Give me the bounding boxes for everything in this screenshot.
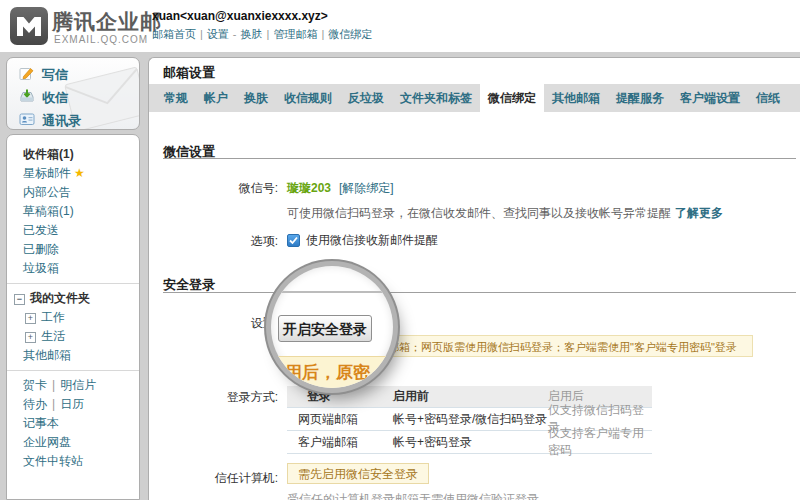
link-todo[interactable]: 待办 [23,397,47,411]
link-calendar[interactable]: 日历 [60,397,84,411]
learn-more-link[interactable]: 了解更多 [675,206,723,220]
folder-label: 我的文件夹 [30,291,90,305]
nav-manage-mail[interactable]: 管理邮箱 [273,28,317,40]
sidebar-divider [7,370,139,371]
sidebar-compose-panel: 写信 收信 通讯录 [6,57,140,130]
checkbox-checked-icon[interactable] [287,234,300,247]
sidebar-item-compose[interactable]: 写信 [7,63,139,86]
user-email: xuan<xuan@xuanxiexxxx.xyz> [152,9,328,23]
folder-label: 企业网盘 [23,435,71,449]
security-tooltip: 邮箱；网页版需使用微信扫码登录；客户端需使用"客户端专用密码"登录 [378,335,753,357]
tab-general[interactable]: 常规 [156,84,196,112]
section-divider [163,158,796,159]
section-divider [163,292,796,293]
folder-label: 收件箱(1) [23,147,74,161]
contact-card-icon [19,111,35,130]
cell-login-type: 网页端邮箱 [287,411,393,428]
settings-tabbar: 常规 帐户 换肤 收信规则 反垃圾 文件夹和标签 微信绑定 其他邮箱 提醒服务 … [149,84,800,112]
sidebar-item-starred[interactable]: 星标邮件★ [7,164,139,183]
tab-skin[interactable]: 换肤 [236,84,276,112]
tab-mail-rules[interactable]: 收信规则 [276,84,340,112]
top-header: 腾讯企业邮 EXMAIL.QQ.COM xuan<xuan@xuanxiexxx… [0,0,800,52]
compose-pencil-icon [19,65,35,84]
tab-antispam[interactable]: 反垃圾 [340,84,392,112]
sidebar-item-notebook[interactable]: 记事本 [7,414,139,433]
tab-stationery[interactable]: 信纸 [748,84,788,112]
nav-separator: | [267,28,270,40]
sidebar-item-my-folders[interactable]: −我的文件夹 [7,289,139,308]
link-greeting-card[interactable]: 贺卡 [23,378,47,392]
unbind-link[interactable]: [解除绑定] [339,181,394,195]
col-header-before: 启用前 [393,388,548,405]
expand-icon[interactable]: + [25,332,36,343]
tab-other-mailbox[interactable]: 其他邮箱 [544,84,608,112]
tab-reminder-service[interactable]: 提醒服务 [608,84,672,112]
sidebar-item-life[interactable]: +生活 [7,327,139,346]
tab-wechat-bind[interactable]: 微信绑定 [480,84,544,112]
wechat-description-text: 可使用微信扫码登录，在微信收发邮件、查找同事以及接收帐号异常提醒 [287,206,671,220]
folder-label: 生活 [41,329,65,343]
setting-label: 设置: [148,315,278,332]
folder-label: 工作 [41,310,65,324]
exmail-logo-icon[interactable] [10,7,48,45]
sidebar-folder-panel: 收件箱(1) 星标邮件★ 内部公告 草稿箱(1) 已发送 已删除 垃圾箱 −我的… [6,134,140,500]
cell-before: 帐号+密码登录/微信扫码登录 [393,411,548,428]
tab-folders-labels[interactable]: 文件夹和标签 [392,84,480,112]
tab-account[interactable]: 帐户 [196,84,236,112]
sidebar-item-sent[interactable]: 已发送 [7,221,139,240]
wechat-id-row: 璇璇203[解除绑定] [287,180,394,197]
nav-mail-home[interactable]: 邮箱首页 [152,28,196,40]
nav-wechat-bind[interactable]: 微信绑定 [328,28,372,40]
sidebar-divider [7,283,139,284]
sidebar-item-file-transfer[interactable]: 文件中转站 [7,452,139,471]
nav-separator: | [200,28,203,40]
sidebar-item-drafts[interactable]: 草稿箱(1) [7,202,139,221]
cell-login-type: 客户端邮箱 [287,434,393,451]
folder-label: 记事本 [23,416,59,430]
trusted-computer-label: 信任计算机: [148,470,278,487]
page-title: 邮箱设置 [163,64,215,82]
cell-after: 仅支持客户端专用密码 [548,425,652,459]
wechat-id-label: 微信号: [148,180,278,197]
magnifier-lens: 开启安全登录 启用后，原密 [271,266,393,388]
option-new-mail-label[interactable]: 使用微信接收新邮件提醒 [306,233,438,247]
folder-label: 草稿箱(1) [23,204,74,218]
options-label: 选项: [148,233,278,250]
page: 腾讯企业邮 EXMAIL.QQ.COM xuan<xuan@xuanxiexxx… [0,0,800,500]
sidebar-item-contacts[interactable]: 通讯录 [7,109,139,130]
wechat-id-value: 璇璇203 [287,181,331,195]
brand-domain: EXMAIL.QQ.COM [54,34,148,45]
sidebar-item-receive[interactable]: 收信 [7,86,139,109]
enable-secure-login-button[interactable]: 开启安全登录 [278,315,372,342]
lens-divider-line [271,291,393,293]
sidebar-item-announcements[interactable]: 内部公告 [7,183,139,202]
folder-label: 内部公告 [23,185,71,199]
trusted-description: 受信任的计算机登录邮箱无需使用微信验证登录 [287,491,539,500]
sidebar-item-inbox[interactable]: 收件箱(1) [7,145,139,164]
login-mode-label: 登录方式: [148,389,278,406]
brand-title: 腾讯企业邮 [52,8,162,36]
nav-separator: - [233,28,237,40]
sidebar-item-junk[interactable]: 垃圾箱 [7,259,139,278]
nav-settings[interactable]: 设置 [207,28,229,40]
tool-separator: | [52,397,55,411]
sidebar-item-todo-calendar: 待办|日历 [7,395,139,414]
link-postcard[interactable]: 明信片 [60,378,96,392]
sidebar-item-work[interactable]: +工作 [7,308,139,327]
option-new-mail-row: 使用微信接收新邮件提醒 [287,232,438,249]
tab-client-settings[interactable]: 客户端设置 [672,84,748,112]
sidebar-item-other-mailbox[interactable]: 其他邮箱 [7,346,139,365]
sidebar-item-deleted[interactable]: 已删除 [7,240,139,259]
folder-label: 已发送 [23,223,59,237]
collapse-icon[interactable]: − [14,294,25,305]
trusted-notice: 需先启用微信安全登录 [287,463,429,484]
nav-skin[interactable]: 换肤 [241,28,263,40]
inbox-tray-icon [19,88,35,107]
nav-separator: | [321,28,324,40]
sidebar-item-company-drive[interactable]: 企业网盘 [7,433,139,452]
folder-label: 已删除 [23,242,59,256]
expand-icon[interactable]: + [25,313,36,324]
table-row: 客户端邮箱 帐号+密码登录 仅支持客户端专用密码 [287,431,652,454]
sidebar-item-label: 收信 [42,89,68,107]
sidebar-item-label: 通讯录 [42,112,81,130]
